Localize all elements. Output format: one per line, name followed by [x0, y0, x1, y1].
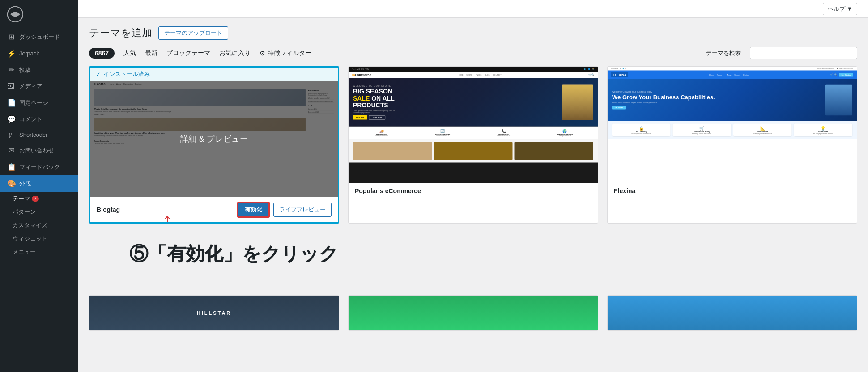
themes-grid: ✓ インストール済み BLOGTAG HomeAboutCategoriesCo… [78, 66, 868, 224]
sidebar-subitem-menus[interactable]: メニュー [0, 245, 78, 259]
pages-icon: 📄 [7, 98, 15, 107]
wp-logo [0, 0, 78, 29]
sidebar-item-pages[interactable]: 📄 固定ページ [0, 94, 78, 111]
sidebar-item-dashboard[interactable]: ⊞ ダッシュボード [0, 29, 78, 45]
comments-icon: 💬 [7, 115, 15, 123]
feature-filter[interactable]: ⚙ 特徴フィルター [260, 49, 311, 57]
checkmark-icon: ✓ [96, 71, 101, 78]
sidebar-subitem-customize[interactable]: カスタマイズ [0, 219, 78, 232]
filter-latest[interactable]: 最新 [145, 49, 157, 57]
main-content: ヘルプ ▼ テーマを追加 テーマのアップロード 6867 人気 最新 ブロックテ… [78, 0, 868, 372]
sidebar-subitem-themes[interactable]: テーマ7 [0, 192, 78, 205]
themes-badge: 7 [32, 196, 39, 202]
theme-card-blogtag: ✓ インストール済み BLOGTAG HomeAboutCategoriesCo… [89, 66, 339, 224]
sidebar-item-media[interactable]: 🖼 メディア [0, 78, 78, 94]
filter-block[interactable]: ブロックテーマ [166, 49, 210, 57]
bottom-themes-row: HILLSTAR [78, 259, 868, 338]
page-title: テーマを追加 [89, 26, 152, 40]
contact-icon: ✉ [7, 146, 15, 155]
sidebar-item-contact[interactable]: ✉ お問い合わせ [0, 142, 78, 159]
popularis-name: Popularis eCommerce [355, 187, 421, 194]
filter-favorites[interactable]: お気に入り [219, 49, 251, 57]
blogtag-preview: BLOGTAG HomeAboutCategoriesContact Why i… [90, 81, 338, 197]
theme-card-flexina: Follow Us: f 🎵 🐦 in Email: info@gmail.co… [607, 66, 857, 224]
sidebar-subitem-patterns[interactable]: パターン [0, 205, 78, 219]
blogtag-footer: Blogtag 有効化 ライブプレビュー [90, 197, 338, 222]
sidebar-item-appearance[interactable]: 🎨 外観 [0, 175, 78, 192]
page-header: テーマを追加 テーマのアップロード [78, 18, 868, 47]
flexina-preview: Follow Us: f 🎵 🐦 in Email: info@gmail.co… [608, 67, 857, 183]
sidebar-item-feedback[interactable]: 📋 フィードバック [0, 159, 78, 175]
upload-theme-button[interactable]: テーマのアップロード [158, 26, 228, 40]
sidebar-subitem-widgets[interactable]: ウィジェット [0, 232, 78, 245]
installed-banner: ✓ インストール済み [90, 68, 338, 81]
media-icon: 🖼 [7, 82, 15, 90]
jetpack-icon: ⚡ [7, 49, 15, 58]
filter-popular[interactable]: 人気 [123, 49, 136, 57]
gear-icon: ⚙ [260, 50, 265, 57]
annotation-arrow: ↑ [162, 210, 173, 224]
topbar: ヘルプ ▼ [78, 0, 868, 18]
help-button[interactable]: ヘルプ ▼ [823, 3, 857, 15]
overlay-label: 詳細 & プレビュー [180, 134, 248, 144]
popularis-footer: Popularis eCommerce [349, 183, 598, 199]
feedback-icon: 📋 [7, 163, 15, 171]
appearance-icon: 🎨 [7, 179, 15, 188]
theme-search-input[interactable] [750, 47, 857, 59]
flexina-name: Flexina [614, 187, 635, 194]
sidebar-item-shortcoder[interactable]: {/} Shortcoder [0, 127, 78, 142]
sidebar: ⊞ ダッシュボード ⚡ Jetpack ✏ 投稿 🖼 メディア 📄 固定ページ … [0, 0, 78, 372]
dashboard-icon: ⊞ [7, 33, 15, 41]
shortcoder-icon: {/} [7, 132, 15, 138]
popularis-preview: 📞 +123-456-7890 🐦📘📸 mCommerce HOMESTOREP… [349, 67, 598, 183]
theme-overlay-blogtag[interactable]: 詳細 & プレビュー [90, 81, 338, 197]
sidebar-item-posts[interactable]: ✏ 投稿 [0, 62, 78, 78]
bottom-card-3 [607, 295, 857, 331]
bottom-card-2 [348, 295, 598, 331]
search-label: テーマを検索 [706, 49, 741, 57]
theme-card-popularis: 📞 +123-456-7890 🐦📘📸 mCommerce HOMESTOREP… [348, 66, 598, 224]
filter-bar: 6867 人気 最新 ブロックテーマ お気に入り ⚙ 特徴フィルター テーマを検… [78, 47, 868, 66]
theme-count-badge: 6867 [89, 48, 115, 59]
posts-icon: ✏ [7, 66, 15, 74]
flexina-footer: Flexina [608, 183, 857, 199]
blogtag-name: Blogtag [97, 206, 120, 213]
sidebar-item-jetpack[interactable]: ⚡ Jetpack [0, 45, 78, 62]
bottom-card-hillstar: HILLSTAR [89, 295, 339, 331]
activate-button[interactable]: 有効化 [237, 202, 270, 218]
annotation-text: ⑤「有効化」をクリック [129, 241, 338, 266]
live-preview-button[interactable]: ライブプレビュー [273, 203, 332, 217]
sidebar-item-comments[interactable]: 💬 コメント [0, 111, 78, 127]
